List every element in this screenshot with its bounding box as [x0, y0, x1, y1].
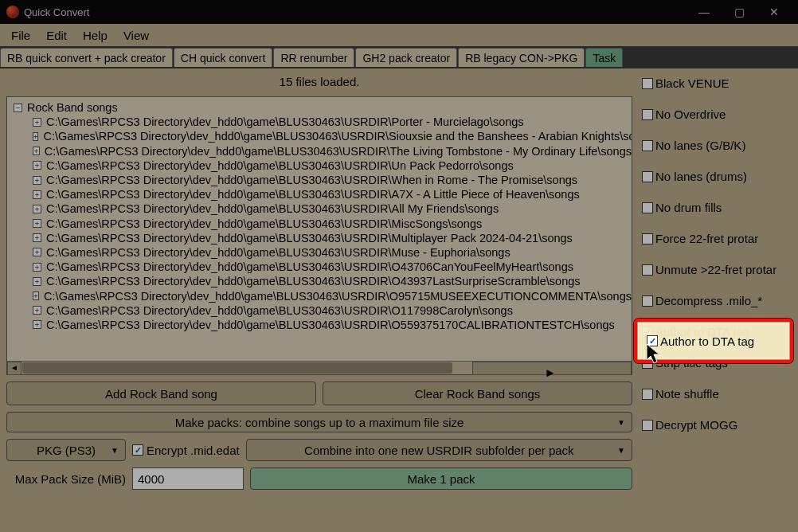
menu-help[interactable]: Help	[75, 27, 115, 44]
tree-item[interactable]: +C:\Games\RPCS3 Directory\dev_hdd0\game\…	[14, 201, 632, 216]
tab-task[interactable]: Task	[585, 48, 623, 67]
option-note-shuffle[interactable]: Note shuffle	[642, 387, 792, 401]
menu-edit[interactable]: Edit	[38, 27, 75, 44]
expand-icon[interactable]: +	[33, 320, 41, 329]
expand-icon[interactable]: +	[33, 248, 41, 256]
option-decrypt-mogg[interactable]: Decrypt MOGG	[642, 418, 792, 432]
scroll-right-button[interactable]: ►	[472, 362, 632, 375]
option-label: Strip title tags	[655, 356, 728, 370]
expand-icon[interactable]: +	[33, 263, 41, 272]
tab-ch-quick-convert[interactable]: CH quick convert	[174, 48, 273, 67]
tab-rr-renumber[interactable]: RR renumber	[273, 48, 354, 67]
expand-icon[interactable]: +	[33, 176, 41, 185]
chevron-down-icon: ▼	[617, 418, 625, 427]
max-size-label: Max Pack Size (MiB)	[6, 472, 126, 486]
tree-item[interactable]: +C:\Games\RPCS3 Directory\dev_hdd0\game\…	[14, 217, 632, 231]
close-button[interactable]: ✕	[757, 0, 792, 24]
horizontal-scrollbar[interactable]: ◄ ►	[7, 361, 632, 374]
checkbox-icon	[642, 202, 653, 213]
checkbox-icon	[642, 358, 653, 369]
option-black-venue[interactable]: Black VENUE	[642, 76, 792, 90]
make-packs-dropdown[interactable]: Make packs: combine songs up to a maximu…	[6, 412, 632, 432]
tree-item[interactable]: +C:\Games\RPCS3 Directory\dev_hdd0\game\…	[14, 288, 632, 303]
make-pack-button[interactable]: Make 1 pack	[250, 467, 632, 490]
expand-icon[interactable]: +	[33, 205, 41, 213]
tab-rb-quick-convert[interactable]: RB quick convert + pack creator	[0, 48, 173, 67]
tree-item[interactable]: +C:\Games\RPCS3 Directory\dev_hdd0\game\…	[14, 303, 632, 318]
encrypt-checkbox[interactable]: ✓ Encrypt .mid.edat	[132, 444, 240, 457]
option-label: Force 22-fret protar	[655, 232, 758, 245]
titlebar[interactable]: Quick Convert — ▢ ✕	[0, 0, 798, 24]
option-no-lanes-drums-[interactable]: No lanes (drums)	[642, 170, 792, 183]
tree-item[interactable]: +C:\Games\RPCS3 Directory\dev_hdd0\game\…	[14, 173, 632, 187]
tree-item-label: C:\Games\RPCS3 Directory\dev_hdd0\game\B…	[46, 202, 499, 215]
scrollbar-thumb[interactable]	[22, 362, 452, 374]
option-unmute-22-fret-protar[interactable]: Unmute >22-fret protar	[642, 263, 792, 276]
combine-select[interactable]: Combine into one new USRDIR subfolder pe…	[246, 439, 632, 461]
chevron-down-icon: ▼	[111, 446, 119, 455]
menubar: File Edit Help View	[0, 24, 798, 46]
option-no-lanes-g-b-k-[interactable]: No lanes (G/B/K)	[642, 139, 792, 152]
option-label: No lanes (drums)	[655, 170, 747, 183]
tree-item-label: C:\Games\RPCS3 Directory\dev_hdd0\game\B…	[46, 232, 573, 244]
checkbox-icon	[642, 78, 653, 89]
tab-gh2-pack-creator[interactable]: GH2 pack creator	[355, 48, 457, 67]
tree-item[interactable]: +C:\Games\RPCS3 Directory\dev_hdd0\game\…	[14, 318, 632, 332]
expand-icon[interactable]: +	[33, 190, 41, 199]
checkbox-icon: ✓	[642, 327, 653, 338]
expand-icon[interactable]: +	[33, 277, 41, 286]
menu-file[interactable]: File	[3, 27, 38, 44]
expand-icon[interactable]: +	[33, 118, 41, 127]
tree-item[interactable]: +C:\Games\RPCS3 Directory\dev_hdd0\game\…	[14, 245, 632, 260]
add-song-button[interactable]: Add Rock Band song	[6, 381, 316, 405]
tree-item[interactable]: +C:\Games\RPCS3 Directory\dev_hdd0\game\…	[14, 115, 632, 129]
tree-item[interactable]: +C:\Games\RPCS3 Directory\dev_hdd0\game\…	[14, 274, 632, 288]
option-label: Note shuffle	[655, 387, 719, 401]
expand-icon[interactable]: +	[33, 291, 39, 300]
tree-item[interactable]: +C:\Games\RPCS3 Directory\dev_hdd0\game\…	[14, 231, 632, 245]
maximize-button[interactable]: ▢	[722, 0, 757, 24]
tree-item[interactable]: +C:\Games\RPCS3 Directory\dev_hdd0\game\…	[14, 187, 632, 201]
tree-item-label: C:\Games\RPCS3 Directory\dev_hdd0\game\B…	[46, 304, 513, 317]
checkbox-icon	[642, 264, 653, 276]
option-label: No drum fills	[655, 201, 722, 214]
option-force-22-fret-protar[interactable]: Force 22-fret protar	[642, 232, 792, 245]
tab-rb-legacy[interactable]: RB legacy CON->PKG	[458, 48, 585, 67]
tree-item[interactable]: +C:\Games\RPCS3 Directory\dev_hdd0\game\…	[14, 158, 632, 173]
menu-view[interactable]: View	[115, 27, 157, 44]
expand-icon[interactable]: +	[33, 161, 41, 170]
song-tree[interactable]: − Rock Band songs +C:\Games\RPCS3 Direct…	[6, 96, 632, 375]
app-icon	[6, 6, 19, 18]
checkbox-icon	[642, 233, 653, 244]
expand-icon[interactable]: +	[33, 233, 41, 242]
tree-root-label[interactable]: Rock Band songs	[27, 101, 118, 114]
collapse-icon[interactable]: −	[14, 104, 22, 112]
option-label: No lanes (G/B/K)	[655, 139, 745, 152]
tree-item[interactable]: +C:\Games\RPCS3 Directory\dev_hdd0\game\…	[14, 144, 632, 158]
tree-item-label: C:\Games\RPCS3 Directory\dev_hdd0\game\B…	[46, 319, 615, 331]
expand-icon[interactable]: +	[33, 132, 38, 141]
option-strip-title-tags[interactable]: Strip title tags	[642, 356, 792, 370]
option-label: Author to DTA tag	[655, 325, 749, 338]
clear-songs-button[interactable]: Clear Rock Band songs	[323, 381, 632, 405]
option-decompress-milo-[interactable]: Decompress .milo_*	[642, 294, 792, 307]
option-no-overdrive[interactable]: No Overdrive	[642, 108, 792, 121]
window-title: Quick Convert	[24, 6, 89, 18]
scroll-left-button[interactable]: ◄	[7, 362, 22, 375]
option-author-to-dta-tag[interactable]: ✓Author to DTA tag	[642, 325, 792, 338]
expand-icon[interactable]: +	[33, 306, 41, 315]
tree-item[interactable]: +C:\Games\RPCS3 Directory\dev_hdd0\game\…	[14, 260, 632, 274]
expand-icon[interactable]: +	[33, 219, 41, 228]
options-panel: Black VENUENo OverdriveNo lanes (G/B/K)N…	[639, 68, 798, 532]
option-no-drum-fills[interactable]: No drum fills	[642, 201, 792, 214]
tree-item-label: C:\Games\RPCS3 Directory\dev_hdd0\game\B…	[46, 217, 482, 230]
target-select[interactable]: PKG (PS3) ▼	[6, 439, 126, 461]
tree-item-label: C:\Games\RPCS3 Directory\dev_hdd0\game\B…	[45, 145, 632, 158]
expand-icon[interactable]: +	[33, 147, 40, 155]
minimize-button[interactable]: —	[687, 0, 722, 24]
tree-item-label: C:\Games\RPCS3 Directory\dev_hdd0\game\B…	[44, 290, 632, 303]
chevron-down-icon: ▼	[617, 446, 625, 455]
tabbar: RB quick convert + pack creator CH quick…	[0, 46, 798, 68]
tree-item[interactable]: +C:\Games\RPCS3 Directory\dev_hdd0\game\…	[14, 129, 632, 143]
max-size-input[interactable]: 4000	[132, 467, 244, 490]
